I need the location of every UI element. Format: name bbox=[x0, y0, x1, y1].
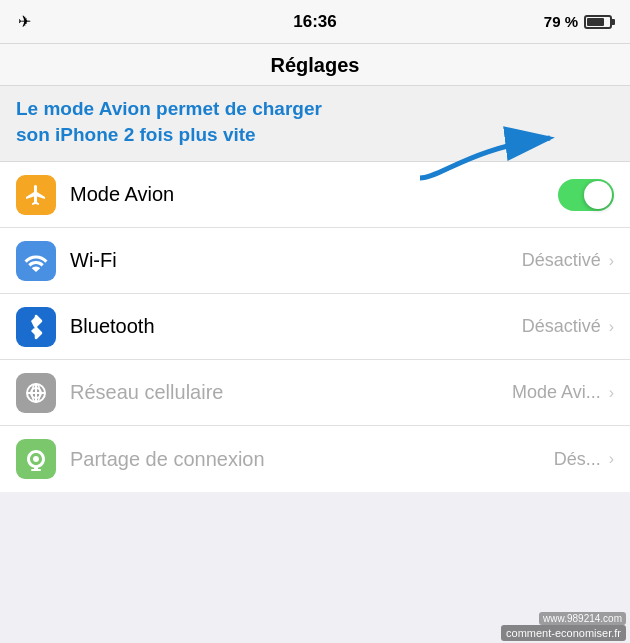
settings-list: Mode Avion Wi-Fi Désactivé › Bluetooth D… bbox=[0, 162, 630, 492]
wifi-icon bbox=[16, 241, 56, 281]
status-bar: ✈ 16:36 79 % bbox=[0, 0, 630, 44]
annotation-text: Le mode Avion permet de charger son iPho… bbox=[16, 96, 423, 147]
hotspot-value: Dés... bbox=[554, 449, 601, 470]
cellular-value: Mode Avi... bbox=[512, 382, 601, 403]
page-title: Réglages bbox=[271, 54, 360, 76]
cellular-chevron: › bbox=[609, 384, 614, 402]
wifi-chevron: › bbox=[609, 252, 614, 270]
watermark2: www.989214.com bbox=[539, 612, 626, 625]
mode-avion-row[interactable]: Mode Avion bbox=[0, 162, 630, 228]
hotspot-row[interactable]: Partage de connexion Dés... › bbox=[0, 426, 630, 492]
cellular-row[interactable]: Réseau cellulaire Mode Avi... › bbox=[0, 360, 630, 426]
hotspot-icon bbox=[16, 439, 56, 479]
mode-avion-icon bbox=[16, 175, 56, 215]
airplane-mode-icon: ✈ bbox=[18, 12, 31, 31]
cellular-label: Réseau cellulaire bbox=[70, 381, 512, 404]
mode-avion-label: Mode Avion bbox=[70, 183, 550, 206]
wifi-label: Wi-Fi bbox=[70, 249, 522, 272]
status-right: 79 % bbox=[544, 13, 612, 30]
bluetooth-value: Désactivé bbox=[522, 316, 601, 337]
cellular-icon bbox=[16, 373, 56, 413]
bluetooth-row[interactable]: Bluetooth Désactivé › bbox=[0, 294, 630, 360]
battery-fill bbox=[587, 18, 604, 26]
battery-percentage: 79 % bbox=[544, 13, 578, 30]
wifi-value: Désactivé bbox=[522, 250, 601, 271]
bluetooth-label: Bluetooth bbox=[70, 315, 522, 338]
status-time: 16:36 bbox=[293, 12, 336, 32]
hotspot-label: Partage de connexion bbox=[70, 448, 554, 471]
status-left: ✈ bbox=[18, 12, 31, 31]
wifi-row[interactable]: Wi-Fi Désactivé › bbox=[0, 228, 630, 294]
watermark1: comment-economiser.fr bbox=[501, 625, 626, 641]
mode-avion-toggle[interactable] bbox=[558, 179, 614, 211]
toggle-knob bbox=[584, 181, 612, 209]
battery-icon bbox=[584, 15, 612, 29]
hotspot-chevron: › bbox=[609, 450, 614, 468]
bluetooth-chevron: › bbox=[609, 318, 614, 336]
bluetooth-icon bbox=[16, 307, 56, 347]
battery-body bbox=[584, 15, 612, 29]
svg-rect-7 bbox=[31, 469, 41, 471]
annotation-banner: Le mode Avion permet de charger son iPho… bbox=[0, 86, 630, 162]
page-title-bar: Réglages bbox=[0, 44, 630, 86]
